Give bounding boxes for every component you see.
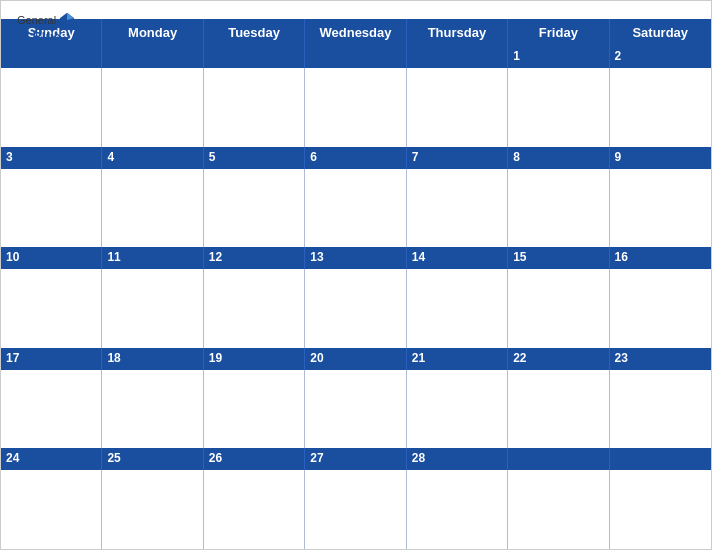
day-saturday: Saturday (610, 19, 711, 46)
date-3-2: 19 (204, 348, 305, 370)
date-3-0: 17 (1, 348, 102, 370)
body-cell-1-3 (305, 169, 406, 248)
date-1-1: 4 (102, 147, 203, 169)
body-cell-3-2 (204, 370, 305, 449)
date-0-6: 2 (610, 46, 711, 68)
logo-general-text: General (17, 14, 56, 26)
date-1-3: 6 (305, 147, 406, 169)
day-friday: Friday (508, 19, 609, 46)
date-2-5: 15 (508, 247, 609, 269)
day-wednesday: Wednesday (305, 19, 406, 46)
date-4-4: 28 (407, 448, 508, 470)
body-cell-2-5 (508, 269, 609, 348)
date-0-1 (102, 46, 203, 68)
body-cell-1-0 (1, 169, 102, 248)
week-3: 10111213141516 (1, 247, 711, 348)
body-cell-4-2 (204, 470, 305, 549)
body-cell-0-0 (1, 68, 102, 147)
body-cell-2-0 (1, 269, 102, 348)
date-1-2: 5 (204, 147, 305, 169)
date-4-1: 25 (102, 448, 203, 470)
week-3-body (1, 269, 711, 348)
logo: General Blue (17, 11, 76, 44)
body-cell-1-5 (508, 169, 609, 248)
date-2-3: 13 (305, 247, 406, 269)
date-3-4: 21 (407, 348, 508, 370)
date-3-6: 23 (610, 348, 711, 370)
date-1-0: 3 (1, 147, 102, 169)
date-2-6: 16 (610, 247, 711, 269)
body-cell-1-2 (204, 169, 305, 248)
body-cell-0-4 (407, 68, 508, 147)
body-cell-2-2 (204, 269, 305, 348)
body-cell-4-4 (407, 470, 508, 549)
calendar-grid: 1234567891011121314151617181920212223242… (1, 46, 711, 549)
day-thursday: Thursday (407, 19, 508, 46)
date-4-6 (610, 448, 711, 470)
week-5: 2425262728 (1, 448, 711, 549)
logo-icon (58, 11, 76, 29)
date-1-6: 9 (610, 147, 711, 169)
date-3-3: 20 (305, 348, 406, 370)
body-cell-3-0 (1, 370, 102, 449)
date-0-0 (1, 46, 102, 68)
date-2-1: 11 (102, 247, 203, 269)
date-0-3 (305, 46, 406, 68)
body-cell-4-6 (610, 470, 711, 549)
date-2-0: 10 (1, 247, 102, 269)
week-5-date-row: 2425262728 (1, 448, 711, 470)
body-cell-0-3 (305, 68, 406, 147)
date-4-5 (508, 448, 609, 470)
date-1-5: 8 (508, 147, 609, 169)
date-3-1: 18 (102, 348, 203, 370)
date-4-2: 26 (204, 448, 305, 470)
body-cell-2-4 (407, 269, 508, 348)
calendar: General Blue Sunday Monday Tuesday Wedne… (0, 0, 712, 550)
week-2-date-row: 3456789 (1, 147, 711, 169)
date-2-4: 14 (407, 247, 508, 269)
body-cell-1-1 (102, 169, 203, 248)
body-cell-3-5 (508, 370, 609, 449)
body-cell-3-4 (407, 370, 508, 449)
body-cell-0-1 (102, 68, 203, 147)
body-cell-2-1 (102, 269, 203, 348)
date-4-3: 27 (305, 448, 406, 470)
date-0-4 (407, 46, 508, 68)
week-2: 3456789 (1, 147, 711, 248)
week-4-date-row: 17181920212223 (1, 348, 711, 370)
body-cell-1-6 (610, 169, 711, 248)
week-3-date-row: 10111213141516 (1, 247, 711, 269)
week-1-body (1, 68, 711, 147)
week-4-body (1, 370, 711, 449)
logo-blue-text: Blue (32, 29, 60, 44)
body-cell-4-5 (508, 470, 609, 549)
date-3-5: 22 (508, 348, 609, 370)
day-monday: Monday (102, 19, 203, 46)
week-1: 12 (1, 46, 711, 147)
days-header: Sunday Monday Tuesday Wednesday Thursday… (1, 19, 711, 46)
body-cell-4-0 (1, 470, 102, 549)
date-0-5: 1 (508, 46, 609, 68)
date-1-4: 7 (407, 147, 508, 169)
day-tuesday: Tuesday (204, 19, 305, 46)
date-2-2: 12 (204, 247, 305, 269)
week-2-body (1, 169, 711, 248)
body-cell-3-1 (102, 370, 203, 449)
date-0-2 (204, 46, 305, 68)
calendar-header: General Blue (1, 1, 711, 19)
week-5-body (1, 470, 711, 549)
body-cell-2-6 (610, 269, 711, 348)
date-4-0: 24 (1, 448, 102, 470)
body-cell-0-2 (204, 68, 305, 147)
body-cell-4-1 (102, 470, 203, 549)
week-1-date-row: 12 (1, 46, 711, 68)
body-cell-1-4 (407, 169, 508, 248)
body-cell-0-6 (610, 68, 711, 147)
week-4: 17181920212223 (1, 348, 711, 449)
body-cell-0-5 (508, 68, 609, 147)
body-cell-3-6 (610, 370, 711, 449)
body-cell-2-3 (305, 269, 406, 348)
body-cell-3-3 (305, 370, 406, 449)
body-cell-4-3 (305, 470, 406, 549)
